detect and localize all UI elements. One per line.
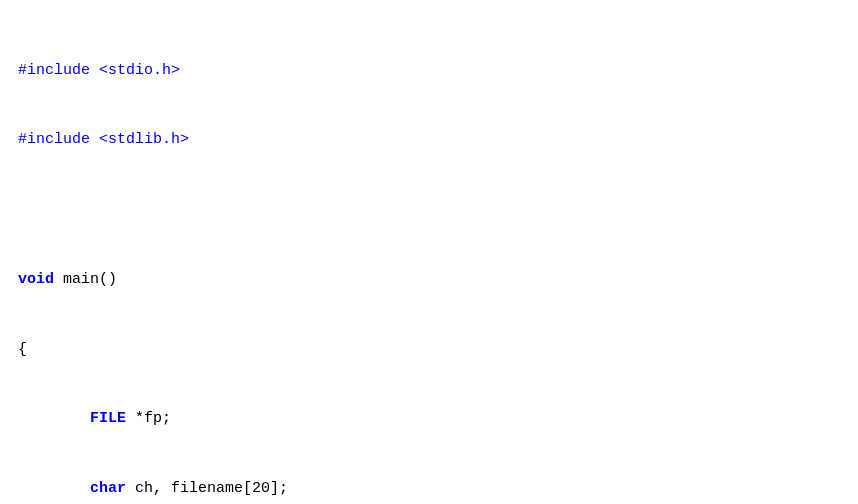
preprocessor-include1: #include <stdio.h> — [18, 62, 180, 79]
line-5: { — [18, 338, 840, 361]
line-2: #include <stdlib.h> — [18, 128, 840, 151]
line-4: void main() — [18, 268, 840, 291]
line-7: char ch, filename[20]; — [18, 477, 840, 500]
keyword-char: char — [90, 480, 126, 497]
line-3 — [18, 198, 840, 221]
keyword-void: void — [18, 271, 54, 288]
keyword-file: FILE — [90, 410, 126, 427]
preprocessor-include2: #include <stdlib.h> — [18, 131, 189, 148]
code-editor: #include <stdio.h> #include <stdlib.h> v… — [18, 12, 840, 504]
line-6: FILE *fp; — [18, 407, 840, 430]
main-func: main() — [54, 271, 117, 288]
line-1: #include <stdio.h> — [18, 59, 840, 82]
